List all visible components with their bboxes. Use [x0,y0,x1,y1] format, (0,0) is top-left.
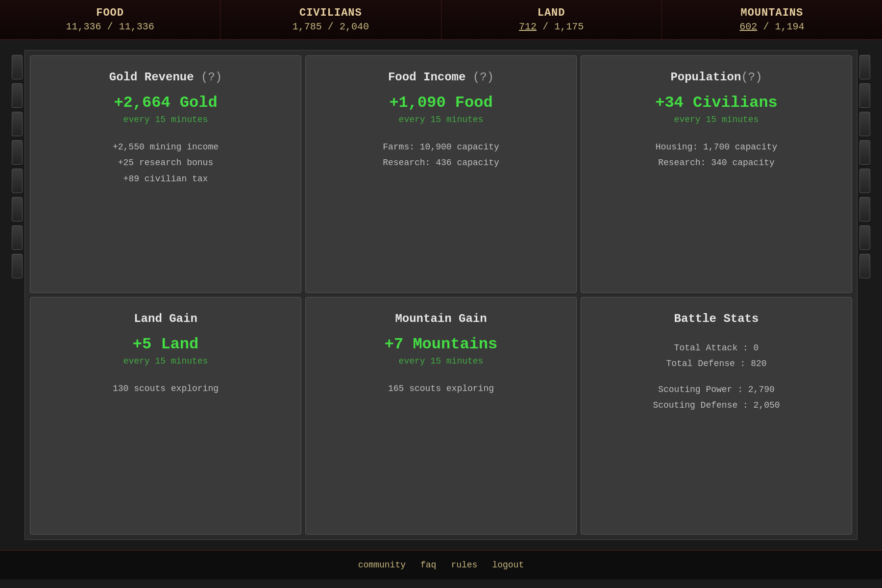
mountains-label: MOUNTAINS [672,7,872,19]
top-header: FOOD 11,336 / 11,336 CIVILIANS 1,785 / 2… [0,0,882,40]
card-battle-stats: Battle Stats Total Attack : 0 Total Defe… [581,297,852,535]
card-land-gain: Land Gain +5 Land every 15 minutes 130 s… [30,297,301,535]
mountains-value: 602 / 1,194 [672,21,872,32]
battle-detail-4: Scouting Power : 2,790 [653,382,780,397]
land-underline: 712 [519,21,537,32]
land-value: 712 / 1,175 [451,21,652,32]
land-gain-interval: every 15 minutes [123,356,208,366]
left-btn-6[interactable] [12,197,23,221]
right-btn-1[interactable] [859,55,870,79]
battle-detail-2: Total Defense : 820 [653,356,780,371]
left-btn-7[interactable] [12,225,23,250]
food-detail-1: Farms: 10,900 capacity [383,139,499,155]
mountains-underline: 602 [739,21,757,32]
battle-spacer [653,372,780,382]
right-btn-5[interactable] [859,169,870,193]
gold-revenue-details: +2,550 mining income +25 research bonus … [113,139,219,187]
battle-stats-details: Total Attack : 0 Total Defense : 820 Sco… [653,340,780,414]
battle-detail-1: Total Attack : 0 [653,340,780,356]
right-btn-2[interactable] [859,83,870,108]
land-detail-1: 130 scouts exploring [113,381,219,396]
card-food-income: Food Income (?) +1,090 Food every 15 min… [305,55,577,293]
header-civilians: CIVILIANS 1,785 / 2,040 [220,0,441,39]
civilians-value: 1,785 / 2,040 [230,21,431,32]
mountain-gain-details: 165 scouts exploring [388,381,494,396]
population-details: Housing: 1,700 capacity Research: 340 ca… [656,139,777,171]
header-food: FOOD 11,336 / 11,336 [0,0,220,39]
gold-revenue-interval: every 15 minutes [123,115,208,124]
left-btn-8[interactable] [12,254,23,278]
food-income-details: Farms: 10,900 capacity Research: 436 cap… [383,139,499,171]
footer-community[interactable]: community [358,560,406,570]
mountains-suffix: / 1,194 [757,21,804,32]
right-btn-8[interactable] [859,254,870,278]
footer: community faq rules logout [0,550,882,579]
right-side-panel [858,50,872,540]
land-label: LAND [451,7,652,19]
food-value: 11,336 / 11,336 [10,21,210,32]
left-btn-5[interactable] [12,169,23,193]
population-value: +34 Civilians [655,94,778,112]
header-mountains: MOUNTAINS 602 / 1,194 [662,0,882,39]
population-help: (?) [741,71,762,84]
food-label: FOOD [10,7,210,19]
land-suffix: / 1,175 [537,21,584,32]
card-mountain-gain: Mountain Gain +7 Mountains every 15 minu… [305,297,577,535]
gold-revenue-help: (?) [201,71,222,84]
gold-detail-1: +2,550 mining income [113,139,219,155]
right-btn-3[interactable] [859,112,870,136]
left-side-panel [10,50,24,540]
gold-revenue-title: Gold Revenue (?) [109,71,222,84]
gold-detail-3: +89 civilian tax [113,171,219,187]
right-btn-7[interactable] [859,225,870,250]
mountain-detail-1: 165 scouts exploring [388,381,494,396]
header-land: LAND 712 / 1,175 [441,0,662,39]
mountain-gain-title: Mountain Gain [395,312,487,325]
land-gain-title: Land Gain [134,312,197,325]
land-gain-value: +5 Land [133,335,198,353]
population-title: Population(?) [670,71,762,84]
left-btn-3[interactable] [12,112,23,136]
pop-detail-2: Research: 340 capacity [656,155,777,171]
right-btn-6[interactable] [859,197,870,221]
cards-container: Gold Revenue (?) +2,664 Gold every 15 mi… [24,50,858,540]
land-gain-details: 130 scouts exploring [113,381,219,396]
food-income-help: (?) [473,71,494,84]
food-detail-2: Research: 436 capacity [383,155,499,171]
left-btn-1[interactable] [12,55,23,79]
gold-detail-2: +25 research bonus [113,155,219,171]
battle-detail-5: Scouting Defense : 2,050 [653,397,780,413]
footer-logout[interactable]: logout [492,560,524,570]
main-content: Gold Revenue (?) +2,664 Gold every 15 mi… [0,40,882,550]
battle-stats-title: Battle Stats [674,312,759,325]
food-income-title: Food Income (?) [388,71,494,84]
mountain-gain-interval: every 15 minutes [399,356,484,366]
card-gold-revenue: Gold Revenue (?) +2,664 Gold every 15 mi… [30,55,301,293]
civilians-label: CIVILIANS [230,7,431,19]
right-btn-4[interactable] [859,140,870,165]
pop-detail-1: Housing: 1,700 capacity [656,139,777,155]
left-btn-4[interactable] [12,140,23,165]
gold-revenue-value: +2,664 Gold [114,94,217,112]
left-btn-2[interactable] [12,83,23,108]
card-population: Population(?) +34 Civilians every 15 min… [581,55,852,293]
food-income-value: +1,090 Food [389,94,492,112]
footer-faq[interactable]: faq [420,560,436,570]
mountain-gain-value: +7 Mountains [385,335,497,353]
population-interval: every 15 minutes [674,115,759,124]
food-income-interval: every 15 minutes [399,115,484,124]
footer-rules[interactable]: rules [451,560,477,570]
